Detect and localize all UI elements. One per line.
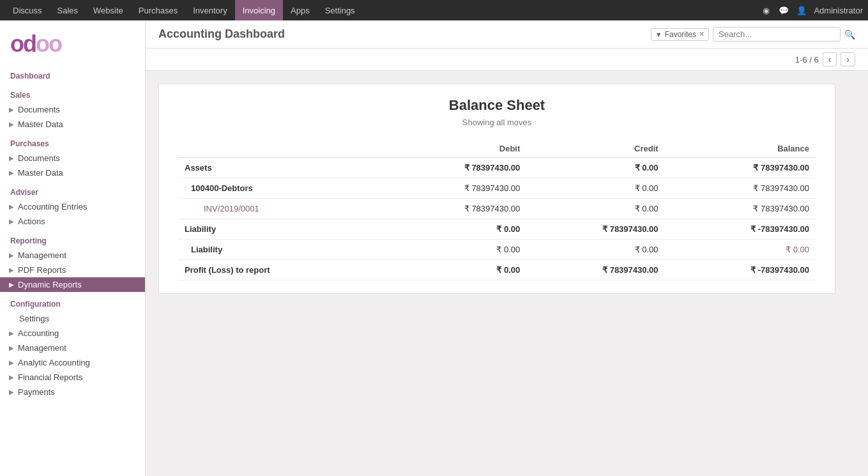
filter-icon: ▼: [655, 31, 662, 38]
report-card: Balance Sheet Showing all moves Debit Cr…: [158, 84, 835, 294]
row-label: Liability: [178, 240, 376, 260]
nav-right: ◉ 💬 👤 Administrator: [760, 4, 863, 16]
row-debit: ₹ 78397430.00: [376, 158, 526, 178]
table-row: 100400-Debtors ₹ 78397430.00 ₹ 0.00 ₹ 78…: [178, 178, 816, 199]
table-row: Profit (Loss) to report ₹ 0.00 ₹ 7839743…: [178, 260, 816, 280]
favorites-close[interactable]: ✕: [699, 30, 704, 38]
pagination-bar: 1-6 / 6 ‹ ›: [146, 49, 868, 71]
nav-items: Discuss Sales Website Purchases Inventor…: [5, 0, 760, 20]
sidebar-item-settings[interactable]: Settings: [0, 311, 145, 326]
arrow-icon: ▶: [9, 359, 14, 366]
sidebar-item-accounting-entries[interactable]: ▶ Accounting Entries: [0, 199, 145, 214]
sidebar-item-config-management[interactable]: ▶ Management: [0, 341, 145, 355]
search-button[interactable]: 🔍: [844, 29, 855, 40]
sidebar-item-pdf-reports[interactable]: ▶ PDF Reports: [0, 263, 145, 277]
top-nav: Discuss Sales Website Purchases Inventor…: [0, 0, 868, 20]
row-debit: ₹ 0.00: [376, 260, 526, 280]
sidebar-item-accounting[interactable]: ▶ Accounting: [0, 326, 145, 341]
table-row: Assets ₹ 78397430.00 ₹ 0.00 ₹ 78397430.0…: [178, 158, 816, 178]
sidebar-section-adviser: Adviser: [0, 183, 145, 199]
row-debit: ₹ 78397430.00: [376, 178, 526, 199]
row-label: Liability: [178, 219, 376, 240]
arrow-icon: ▶: [9, 388, 14, 395]
sidebar-item-financial-reports[interactable]: ▶ Financial Reports: [0, 370, 145, 385]
sidebar-section-configuration: Configuration: [0, 295, 145, 311]
col-balance: Balance: [665, 140, 816, 158]
sidebar-item-analytic-accounting[interactable]: ▶ Analytic Accounting: [0, 355, 145, 370]
nav-purchases[interactable]: Purchases: [131, 0, 185, 20]
arrow-icon: ▶: [9, 344, 14, 351]
sidebar-item-payments[interactable]: ▶ Payments: [0, 385, 145, 399]
arrow-icon: ▶: [9, 155, 14, 162]
sidebar: odoo Dashboard Sales ▶ Documents ▶ Maste…: [0, 20, 146, 476]
col-debit: Debit: [376, 140, 526, 158]
row-link-label[interactable]: INV/2019/0001: [178, 199, 376, 219]
arrow-icon: ▶: [9, 252, 14, 259]
nav-discuss[interactable]: Discuss: [5, 0, 50, 20]
row-credit: ₹ 78397430.00: [526, 260, 664, 280]
sidebar-item-purchases-masterdata[interactable]: ▶ Master Data: [0, 165, 145, 180]
search-input[interactable]: [713, 27, 841, 42]
row-balance: ₹ 78397430.00: [665, 178, 816, 199]
nav-sales[interactable]: Sales: [50, 0, 86, 20]
search-bar: ▼ Favorites ✕ 🔍: [651, 27, 855, 42]
sidebar-item-actions[interactable]: ▶ Actions: [0, 214, 145, 229]
row-credit: ₹ 0.00: [526, 199, 664, 219]
col-credit: Credit: [526, 140, 664, 158]
arrow-icon: ▶: [9, 374, 14, 381]
row-credit: ₹ 0.00: [526, 240, 664, 260]
user-avatar[interactable]: 👤: [796, 4, 807, 16]
table-row: Liability ₹ 0.00 ₹ 0.00 ₹ 0.00: [178, 240, 816, 260]
nav-inventory[interactable]: Inventory: [185, 0, 234, 20]
user-name: Administrator: [814, 6, 863, 15]
row-label: Assets: [178, 158, 376, 178]
nav-settings[interactable]: Settings: [317, 0, 363, 20]
favorites-label: Favorites: [665, 30, 696, 39]
sidebar-section-dashboard: Dashboard: [0, 66, 145, 83]
row-debit: ₹ 0.00: [376, 240, 526, 260]
arrow-icon: ▶: [9, 330, 14, 337]
nav-website[interactable]: Website: [86, 0, 131, 20]
arrow-icon: ▶: [9, 169, 14, 176]
content-area: Accounting Dashboard ▼ Favorites ✕ 🔍 1-6…: [146, 20, 868, 476]
table-row: INV/2019/0001 ₹ 78397430.00 ₹ 0.00 ₹ 783…: [178, 199, 816, 219]
col-label: [178, 140, 376, 158]
nav-apps[interactable]: Apps: [283, 0, 317, 20]
sidebar-section-purchases: Purchases: [0, 134, 145, 151]
pagination-next[interactable]: ›: [841, 52, 855, 66]
arrow-icon: ▶: [9, 218, 14, 225]
row-credit: ₹ 78397430.00: [526, 219, 664, 240]
row-label: 100400-Debtors: [178, 178, 376, 199]
sidebar-item-purchases-documents[interactable]: ▶ Documents: [0, 151, 145, 165]
arrow-icon: ▶: [9, 106, 14, 113]
sidebar-logo: odoo: [0, 20, 145, 64]
report-table: Debit Credit Balance Assets ₹ 78397430.0…: [178, 140, 816, 280]
sidebar-item-sales-masterdata[interactable]: ▶ Master Data: [0, 117, 145, 132]
row-balance: ₹ -78397430.00: [665, 260, 816, 280]
arrow-icon: ▶: [9, 121, 14, 128]
content-scroll: Balance Sheet Showing all moves Debit Cr…: [146, 71, 868, 476]
main-layout: odoo Dashboard Sales ▶ Documents ▶ Maste…: [0, 20, 868, 476]
row-balance: ₹ -78397430.00: [665, 219, 816, 240]
nav-invoicing[interactable]: Invoicing: [235, 0, 283, 20]
row-balance: ₹ 78397430.00: [665, 158, 816, 178]
arrow-icon: ▶: [9, 203, 14, 210]
arrow-icon: ▶: [9, 281, 14, 288]
page-title: Accounting Dashboard: [158, 27, 285, 41]
report-title: Balance Sheet: [178, 97, 816, 114]
arrow-icon: ▶: [9, 266, 14, 273]
sidebar-item-management[interactable]: ▶ Management: [0, 248, 145, 263]
favorites-badge[interactable]: ▼ Favorites ✕: [651, 28, 709, 41]
pagination-prev[interactable]: ‹: [823, 52, 837, 66]
row-debit: ₹ 0.00: [376, 219, 526, 240]
sidebar-item-dynamic-reports[interactable]: ▶ Dynamic Reports: [0, 277, 145, 292]
report-subtitle: Showing all moves: [178, 118, 816, 127]
row-balance: ₹ 78397430.00: [665, 199, 816, 219]
clock-icon[interactable]: ◉: [760, 4, 772, 16]
row-credit: ₹ 0.00: [526, 178, 664, 199]
odoo-logo: odoo: [10, 31, 61, 58]
row-balance: ₹ 0.00: [665, 240, 816, 260]
chat-icon[interactable]: 💬: [778, 4, 789, 16]
sidebar-item-sales-documents[interactable]: ▶ Documents: [0, 102, 145, 117]
table-row: Liability ₹ 0.00 ₹ 78397430.00 ₹ -783974…: [178, 219, 816, 240]
